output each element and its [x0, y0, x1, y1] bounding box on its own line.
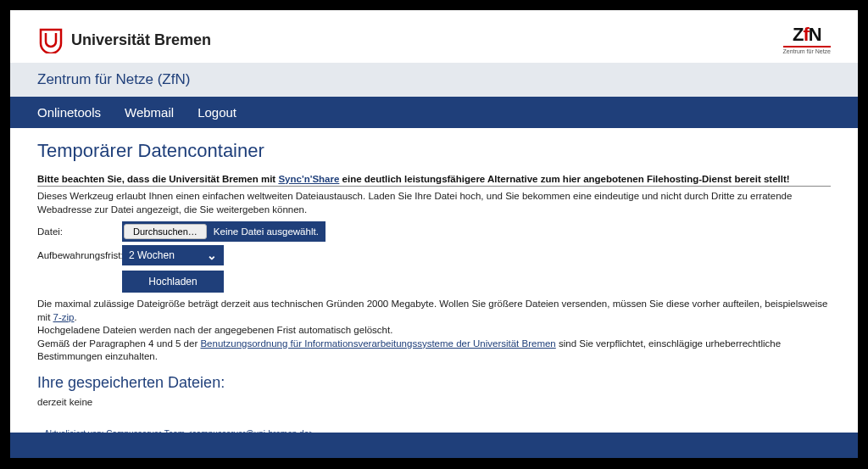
file-row: Datei: Durchsuchen… Keine Datei ausgewäh… — [37, 221, 831, 242]
nav-onlinetools[interactable]: Onlinetools — [37, 105, 101, 120]
upload-button[interactable]: Hochladen — [122, 271, 224, 293]
usage-policy-link[interactable]: Benutzungsordnung für Informationsverarb… — [200, 338, 555, 349]
main-nav: Onlinetools Webmail Logout — [10, 97, 858, 128]
browse-button[interactable]: Durchsuchen… — [124, 224, 207, 239]
description-text: Dieses Werkzeug erlaubt Ihnen einen einf… — [37, 190, 831, 216]
page-title: Temporärer Datencontainer — [37, 140, 831, 162]
notice-banner: Bitte beachten Sie, dass die Universität… — [37, 174, 831, 187]
nav-logout[interactable]: Logout — [198, 105, 236, 120]
sevenzip-link[interactable]: 7-zip — [53, 312, 75, 322]
file-status-text: Keine Datei ausgewählt. — [214, 226, 319, 237]
retention-row: Aufbewahrungsfrist: 2 Wochen ⌄ — [37, 245, 831, 265]
header: Universität Bremen ZfN Zentrum für Netze — [10, 10, 858, 63]
zfn-subtitle: Zentrum für Netze — [783, 46, 831, 54]
info-block: Die maximal zulässige Dateigröße beträgt… — [37, 298, 831, 364]
file-label: Datei: — [37, 226, 122, 237]
stored-files-title: Ihre gespeicherten Dateien: — [37, 374, 831, 392]
uni-name: Universität Bremen — [71, 31, 211, 49]
subheader-title: Zentrum für Netze (ZfN) — [10, 63, 858, 97]
footer-bar — [10, 433, 858, 458]
retention-value: 2 Wochen — [129, 249, 175, 261]
chevron-down-icon: ⌄ — [207, 248, 217, 262]
file-input[interactable]: Durchsuchen… Keine Datei ausgewählt. — [122, 221, 326, 242]
retention-label: Aufbewahrungsfrist: — [37, 250, 122, 260]
syncnshare-link[interactable]: Sync'n'Share — [278, 174, 339, 184]
uni-shield-icon — [37, 26, 64, 53]
zfn-logo[interactable]: ZfN Zentrum für Netze — [783, 25, 831, 54]
uni-bremen-logo[interactable]: Universität Bremen — [37, 26, 211, 53]
nav-webmail[interactable]: Webmail — [125, 105, 174, 120]
stored-files-empty: derzeit keine — [37, 397, 831, 407]
retention-select[interactable]: 2 Wochen ⌄ — [122, 245, 224, 265]
